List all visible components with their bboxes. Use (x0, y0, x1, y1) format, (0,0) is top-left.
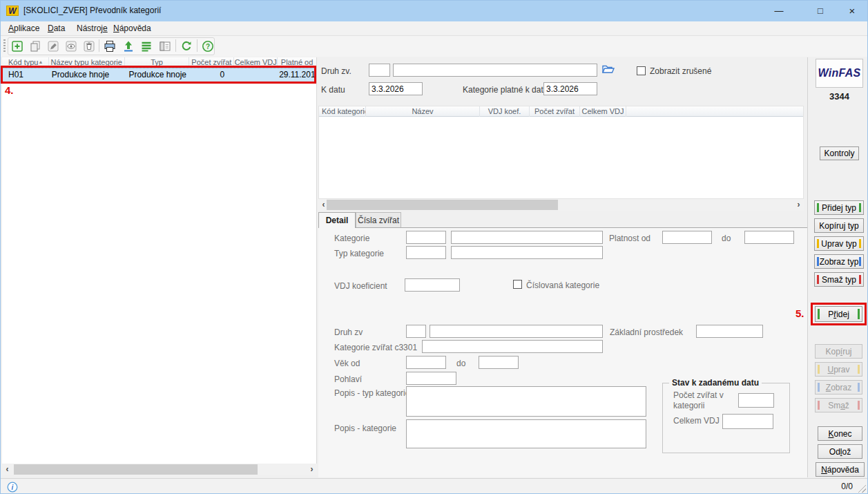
druh-zv-code-input[interactable] (369, 64, 390, 77)
minimize-button[interactable]: — (763, 1, 795, 21)
list-icon[interactable] (139, 39, 154, 54)
copy-icon[interactable] (28, 39, 43, 54)
kontroly-button[interactable]: Kontroly (820, 146, 859, 160)
col-vdj-koef[interactable]: VDJ koef. (480, 106, 530, 117)
cell-celkem (234, 68, 278, 82)
print-icon[interactable] (102, 39, 117, 54)
window-number: 3344 (816, 91, 863, 102)
popis-typ-textarea[interactable] (406, 386, 646, 417)
scroll-right-icon[interactable]: › (307, 464, 317, 475)
col-typ[interactable]: Typ (125, 57, 190, 68)
zobraz-typ-button[interactable]: Zobraz typ (814, 254, 864, 269)
menu-data[interactable]: Data (45, 23, 68, 33)
refresh-icon[interactable] (179, 39, 194, 54)
konec-button[interactable]: Konec (818, 426, 862, 441)
col-nazev-typu[interactable]: Název typu kategorie (49, 57, 125, 68)
platnost-do-input[interactable] (744, 231, 794, 244)
menu-napoveda[interactable]: Nápověda (110, 23, 154, 33)
smaz-button[interactable]: Smaž (815, 398, 862, 412)
view-icon[interactable] (64, 39, 79, 54)
folder-open-icon[interactable] (601, 63, 616, 77)
kategorie-platne-input[interactable] (543, 82, 597, 95)
platnost-od-label: Platnost od (609, 234, 650, 243)
resize-grip[interactable] (858, 484, 866, 493)
menu-label: Nástroje (77, 23, 108, 33)
k-datu-input[interactable] (369, 82, 423, 95)
typ-kategorie-code-input[interactable] (406, 246, 446, 259)
pohlavi-label: Pohlaví (334, 374, 362, 384)
table-row-selected[interactable]: H01 Produkce hnoje Produkce hnoje 0 29.1… (2, 68, 316, 82)
uprav-typ-button[interactable]: Uprav typ (814, 236, 864, 251)
pocet-zvirat-kategorii-input[interactable] (738, 393, 774, 408)
popis-kategorie-label: Popis - kategorie (334, 424, 396, 433)
scroll-thumb[interactable] (327, 200, 558, 210)
typ-kategorie-name-input[interactable] (451, 246, 603, 259)
col-pocet-zvirat2[interactable]: Počet zvířat (530, 106, 580, 117)
zakladni-prostredek-input[interactable] (696, 325, 763, 338)
zobrazit-zrusene-checkbox[interactable] (637, 66, 646, 75)
cislovana-kategorie-label: Číslovaná kategorie (526, 281, 599, 290)
annotation-step-4: 4. (5, 84, 14, 96)
druh-zv-detail-name-input[interactable] (430, 325, 603, 338)
popis-kategorie-textarea[interactable] (406, 419, 646, 448)
pohlavi-input[interactable] (406, 372, 456, 385)
menu-label: Nápověda (113, 23, 151, 33)
help-icon[interactable]: ? (200, 39, 215, 54)
vek-od-label: Věk od (334, 359, 360, 368)
tab-detail[interactable]: Detail (318, 212, 356, 228)
vek-od-input[interactable] (406, 356, 446, 369)
napoveda-button[interactable]: Nápověda (816, 462, 865, 477)
scroll-right-icon[interactable]: › (793, 199, 804, 211)
left-hscrollbar[interactable]: ‹ › (2, 464, 317, 475)
platnost-od-input[interactable] (662, 231, 712, 244)
col-platne-od[interactable]: Platné od (278, 57, 316, 68)
odloz-button[interactable]: Odlož (818, 444, 862, 459)
vdj-koeficient-input[interactable] (405, 278, 460, 292)
add-icon[interactable] (10, 39, 25, 54)
cislovana-kategorie-checkbox[interactable] (513, 280, 522, 289)
uprav-button[interactable]: Uprav (815, 362, 862, 377)
zobraz-button[interactable]: Zobraz (815, 380, 862, 395)
smaz-typ-button[interactable]: Smaž typ (814, 272, 864, 287)
col-celkem-vdj2[interactable]: Celkem VDJ (580, 106, 626, 117)
kopiruj-button[interactable]: Kopíruj (815, 344, 862, 359)
accent-bar (817, 275, 819, 284)
tab-cisla-zvirat[interactable]: Čísla zvířat (356, 212, 401, 228)
vek-do-input[interactable] (479, 356, 519, 369)
button-label: Odlož (829, 447, 851, 457)
druh-zv-name-input[interactable] (393, 64, 597, 77)
close-button[interactable]: × (836, 1, 868, 21)
button-label: Kopíruj (825, 347, 851, 357)
delete-icon[interactable] (81, 39, 97, 54)
columns-icon[interactable] (157, 39, 173, 54)
kategorie-code-input[interactable] (406, 231, 446, 244)
button-label: Kopíruj typ (819, 221, 858, 231)
druh-zv-detail-code-input[interactable] (406, 325, 426, 338)
toolbar-grip[interactable] (3, 39, 6, 53)
button-label: Nápověda (821, 465, 859, 475)
maximize-button[interactable]: □ (804, 1, 836, 21)
pridej-button[interactable]: Přidej (815, 306, 862, 322)
pridej-typ-button[interactable]: Přidej typ (814, 200, 864, 215)
vek-do-label: do (456, 359, 465, 368)
category-hscrollbar[interactable]: ‹ › (318, 199, 804, 211)
accent-bar (858, 383, 860, 392)
edit-icon[interactable] (46, 39, 61, 54)
pocet-zvirat-kategorii-label-1: Počet zvířat v (673, 390, 724, 400)
button-label: Přidej typ (822, 203, 856, 213)
col-kod-kategorie[interactable]: Kód kategorie▲ (319, 106, 366, 117)
popis-typ-label: Popis - typ kategorie (334, 388, 409, 398)
col-kod-typu[interactable]: Kód typu▲ (2, 57, 49, 68)
col-pocet-zvirat[interactable]: Počet zvířat (189, 57, 234, 68)
menu-aplikace[interactable]: Aplikace (6, 23, 42, 33)
kategorie-zvirat-input[interactable] (422, 340, 603, 353)
col-nazev[interactable]: Název (366, 106, 480, 117)
menu-nastroje[interactable]: Nástroje (74, 23, 110, 33)
scroll-thumb[interactable] (14, 464, 258, 475)
kopiruj-typ-button[interactable]: Kopíruj typ (814, 218, 864, 233)
col-celkem-vdj[interactable]: Celkem VDJ (234, 57, 278, 68)
export-icon[interactable] (121, 39, 136, 54)
scroll-left-icon[interactable]: ‹ (2, 464, 12, 475)
celkem-vdj-input[interactable] (722, 414, 773, 429)
kategorie-name-input[interactable] (451, 231, 603, 244)
